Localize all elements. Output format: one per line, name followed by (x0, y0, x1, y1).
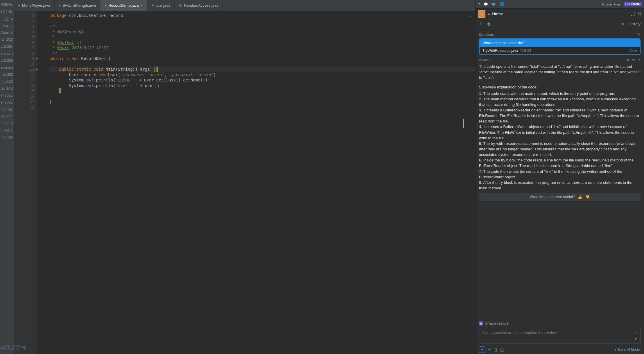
line-number[interactable]: 2 (14, 18, 35, 24)
project-tree-row[interactable]: eration 20 (1, 50, 13, 57)
code-line[interactable]: User user = new User( username: "admin",… (49, 72, 475, 78)
project-tree-row[interactable]: Detail 2023 (1, 29, 13, 36)
gear-icon[interactable]: ⚙ (638, 11, 642, 17)
retry-icon[interactable]: ↻ (626, 58, 629, 62)
answer-intro: The code opens a file named "b.txt" loca… (479, 64, 641, 80)
line-number[interactable]: 10 (14, 61, 35, 67)
context-chip[interactable]: ★ formula-feature (479, 321, 641, 325)
editor-tab[interactable]: ●SwitchStrength.java (55, 0, 101, 11)
line-number[interactable]: 1 (14, 13, 35, 18)
project-tree-row[interactable]: s 2023/8/7 (1, 57, 13, 64)
code-line[interactable] (49, 94, 475, 99)
send-icon[interactable]: ➤ (634, 337, 637, 341)
code-line[interactable]: * (49, 34, 475, 40)
code-line[interactable] (49, 61, 475, 67)
edit-icon[interactable]: ✎ (638, 33, 641, 37)
project-tree-row[interactable]: tch 2023/7 (1, 36, 13, 43)
editor-tab[interactable]: ●MarryPlayer.java (14, 0, 55, 11)
project-tree-row[interactable]: y 2023/7/1 (1, 43, 13, 50)
code-line[interactable]: System.out.println("user = " + user); (49, 83, 475, 88)
project-tree-row[interactable]: ring[]):voi (1, 15, 13, 22)
code-line[interactable]: * 测试Record类 (49, 29, 475, 35)
code-line[interactable]: * @date 2023/5/29 17:37 (49, 45, 475, 51)
model-selector[interactable]: ⎈ Basic AI Model (614, 348, 641, 352)
twitter-icon[interactable]: 🐦 (491, 2, 496, 6)
project-tree-row[interactable]: 5/30 14:04 (1, 134, 13, 141)
project-tree-row[interactable]: er 2023/7 (1, 92, 13, 99)
line-number[interactable]: 12 (14, 72, 35, 78)
project-tree-row[interactable]: ngth 202 (1, 106, 13, 113)
share-icon[interactable]: ⇪ (479, 22, 482, 26)
project-tree-row[interactable]: no 2023/1 (1, 78, 13, 85)
code-line[interactable]: package com.bbc.feature.record; (49, 13, 475, 18)
line-number[interactable]: 7 (14, 45, 35, 51)
editor-tab[interactable]: ●RecordDemo.java× (100, 0, 147, 11)
line-number[interactable]: 6 (14, 40, 35, 45)
undo-icon[interactable]: ↶ (488, 348, 491, 352)
project-tree-row[interactable]: 8/24 15:52 (1, 8, 13, 15)
project-tree-row[interactable]: 据\IDE\Ja (1, 1, 13, 8)
expand-icon[interactable]: ⤢ (634, 330, 637, 335)
project-tree-row[interactable]: nce 2023 (1, 71, 13, 78)
line-number[interactable]: 15 (14, 88, 35, 94)
code-line[interactable]: } (49, 88, 475, 94)
code-line[interactable]: System.out.println("全类名：" + user.getClas… (49, 77, 475, 83)
code-line[interactable]: */ (49, 51, 475, 56)
help-icon[interactable]: ? (478, 2, 480, 6)
line-number[interactable]: 17 (14, 99, 35, 104)
line-number[interactable]: 4 (14, 29, 35, 35)
code-line[interactable] (49, 18, 475, 24)
project-tree-row[interactable]: ring[]):voi (1, 120, 13, 127)
thumbs-down-icon[interactable]: 👎 (585, 195, 590, 199)
history-icon[interactable]: ↺ (621, 22, 624, 26)
line-number[interactable]: 14 (14, 83, 35, 88)
copy-icon[interactable]: ⧉ (632, 58, 635, 62)
code-lines[interactable]: ✓ package com.bbc.feature.record;/** * 测… (46, 11, 475, 354)
menu-icon[interactable]: ≡ (488, 12, 490, 16)
project-tree-row[interactable]: 0, 490 B (1, 127, 13, 134)
project-tree-row[interactable]: /20 14:11 (1, 85, 13, 92)
code-line[interactable]: /** (49, 24, 475, 29)
history-label[interactable]: History (629, 22, 641, 26)
upgrade-button[interactable]: UPGRADE (624, 2, 642, 6)
chat-icon[interactable]: 💬 (483, 2, 488, 6)
share-answer-icon[interactable]: ⇪ (638, 58, 641, 62)
editor-tab[interactable]: ❖RandomAccess.java (175, 0, 223, 11)
line-number[interactable]: 8 (14, 51, 35, 56)
thumbs-up-icon[interactable]: 👍 (578, 195, 582, 199)
code-line[interactable]: } (49, 99, 475, 104)
line-number[interactable]: 18 (14, 104, 35, 110)
home-label[interactable]: Home (492, 12, 503, 16)
question-input[interactable] (482, 330, 637, 339)
project-tree-row[interactable]: er 2023/7 (1, 99, 13, 106)
close-icon[interactable]: × (140, 3, 143, 8)
line-number[interactable]: 5 (14, 34, 35, 40)
maximize-icon[interactable]: ⛶ (631, 11, 635, 17)
line-number[interactable]: 16 (14, 94, 35, 99)
question-input-box[interactable]: ⤢ ➤ (479, 328, 641, 344)
question-ref-range: #16-23 (520, 49, 531, 53)
trash-icon[interactable]: 🗑 (487, 22, 491, 26)
run-gutter-icon[interactable]: ▶ (36, 67, 38, 72)
project-tree-row[interactable]: int):int (1, 22, 13, 29)
code-line[interactable]: public class RecordDemo { (49, 56, 475, 61)
line-number[interactable]: 13 (14, 77, 35, 83)
bookmark-icon[interactable]: ◫ (500, 348, 504, 352)
code-line[interactable]: public static void main(String[] args) { (49, 67, 475, 72)
add-context-button[interactable]: + (479, 346, 485, 353)
qa-scroll[interactable]: Question : ✎ What does this code do? Try… (476, 29, 644, 319)
project-tree-row[interactable]: source 20 (1, 64, 13, 71)
avatar[interactable]: L (478, 10, 485, 18)
project-tree-row[interactable]: int, Strin (1, 113, 13, 120)
snippet-icon[interactable]: ⟨⟩ (494, 348, 497, 352)
code-line[interactable] (49, 104, 475, 110)
line-number[interactable]: 9▶ (14, 56, 35, 61)
editor-tab[interactable]: ❖List.java (147, 0, 175, 11)
line-number[interactable]: 11▶ (14, 67, 35, 72)
view-link[interactable]: View (629, 49, 637, 53)
code-line[interactable]: * @author wl (49, 40, 475, 45)
line-number[interactable]: 3 (14, 24, 35, 29)
globe-icon[interactable]: 🌐 (500, 2, 504, 6)
question-section-label: Question : ✎ (479, 33, 641, 37)
run-gutter-icon[interactable]: ▶ (36, 56, 38, 61)
